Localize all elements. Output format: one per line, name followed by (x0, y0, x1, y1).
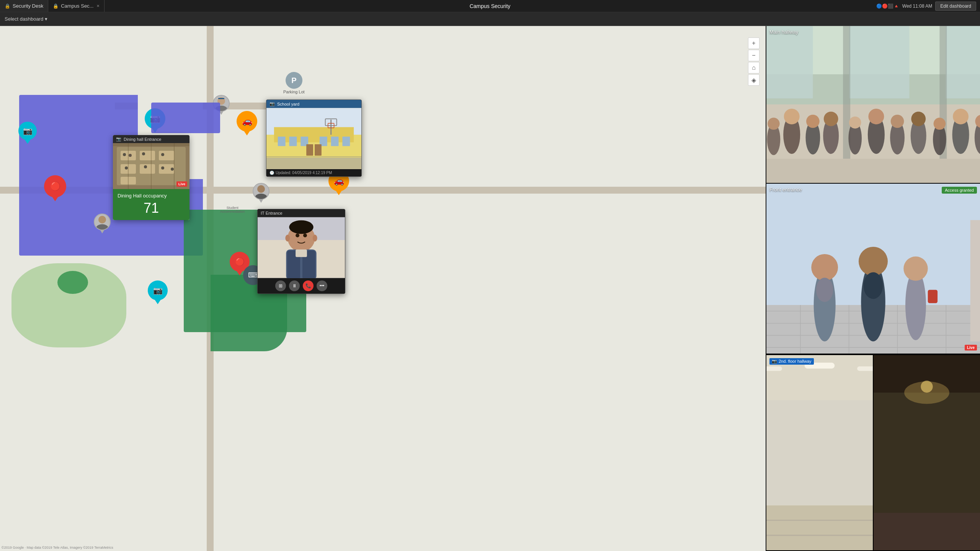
feed-main-hallway-bg (766, 26, 980, 183)
parking-label: Parking Lot (283, 90, 305, 94)
feed-main-hallway[interactable]: Main hallway (766, 26, 980, 184)
svg-rect-11 (159, 151, 174, 160)
map-copyright: ©2019 Google · Map data ©2019 Tele Atlas… (2, 546, 113, 549)
call-grid-button[interactable]: ⊞ (275, 280, 286, 291)
school-yard-popup[interactable]: 📷 School yard (266, 99, 362, 177)
camera-number-label: 2nd. floor hallway (779, 359, 812, 364)
call-more-button[interactable]: ••• (317, 280, 327, 291)
svg-point-16 (123, 153, 126, 156)
tab-campus-sec-label: Campus Sec... (61, 3, 93, 9)
dining-card-image: Live (113, 143, 189, 189)
alert-icon-red-1: 🔴 (44, 175, 66, 197)
right-panel: Main hallway (766, 26, 980, 551)
camera-number-icon: 📷 (772, 359, 777, 364)
select-dashboard-button[interactable]: Select dashboard ▾ (5, 16, 47, 22)
camera-icon-teal-1: 📷 (18, 122, 37, 140)
svg-rect-142 (857, 366, 873, 371)
svg-point-55 (313, 235, 317, 241)
svg-rect-39 (315, 144, 322, 156)
title-bar-tabs: 🔒 Security Desk 🔒 Campus Sec... ✕ (0, 0, 105, 12)
svg-point-83 (768, 118, 780, 130)
accommodation-label: Student Accommodation (220, 206, 245, 214)
svg-point-20 (125, 166, 128, 170)
svg-point-90 (911, 112, 926, 126)
parking-pin[interactable]: P Parking Lot (283, 72, 305, 94)
feed-dark-hallway[interactable] (874, 355, 980, 551)
security-desk-icon: 🔒 (5, 3, 10, 9)
layers-button[interactable]: ◈ (748, 74, 760, 86)
car-pin-center[interactable]: 🚗 (237, 111, 257, 135)
it-popup-video (258, 217, 345, 278)
camera-pin-bottom[interactable]: 📷 (148, 280, 168, 304)
svg-rect-40 (266, 158, 361, 169)
svg-rect-51 (296, 249, 307, 257)
dining-cam-icon: 📷 (116, 137, 121, 142)
clock: Wed 11:08 AM (902, 3, 933, 9)
call-pause-button[interactable]: ⏸ (289, 280, 300, 291)
svg-point-91 (934, 118, 946, 130)
svg-point-117 (903, 256, 928, 280)
pin-tail-orange-1 (244, 131, 250, 135)
pin-tail-teal-3 (155, 300, 161, 304)
pin-tail-red-2 (237, 271, 243, 276)
tab-close-icon[interactable]: ✕ (96, 4, 100, 8)
svg-point-84 (784, 109, 800, 124)
main-hallway-label: Main hallway (769, 29, 798, 35)
zoom-in-button[interactable]: + (748, 37, 760, 49)
tab-security-desk-label: Security Desk (13, 3, 43, 9)
avatar-pin-2[interactable] (253, 183, 270, 203)
pin-tail-red-1 (52, 197, 58, 201)
tab-campus-sec[interactable]: 🔒 Campus Sec... ✕ (48, 0, 105, 12)
dining-card-header: 📷 Dining hall Entrance (113, 135, 189, 143)
zoom-out-button[interactable]: − (748, 50, 760, 61)
feed-2nd-floor[interactable]: 📷 2nd. floor hallway (766, 355, 874, 551)
call-hangup-button[interactable]: 📞 (303, 280, 314, 291)
tab-security-desk[interactable]: 🔒 Security Desk (0, 0, 48, 12)
svg-rect-62 (946, 26, 980, 98)
alert-pin-center-left[interactable]: 🔴 (44, 175, 66, 201)
app-title: Campus Security (470, 3, 511, 9)
school-popup-image (266, 108, 361, 169)
svg-rect-33 (289, 137, 297, 146)
school-popup-footer: 🕐 Updated: 04/05/2019 4:12:19 PM (266, 169, 361, 176)
bottom-feeds: 📷 2nd. floor hallway (766, 354, 980, 551)
pin-tail-teal-1 (24, 139, 31, 144)
svg-point-54 (285, 235, 290, 241)
edit-dashboard-button[interactable]: Edit dashboard (935, 2, 976, 11)
svg-point-154 (921, 380, 933, 392)
it-entrance-popup[interactable]: IT Entrance (257, 209, 345, 294)
school-cam-icon: 📷 (270, 101, 275, 106)
svg-rect-118 (928, 290, 938, 303)
map-area: Campus Map Student Accommodation (0, 26, 766, 551)
svg-rect-32 (278, 137, 286, 146)
live-badge-front: Live (965, 345, 977, 350)
home-button[interactable]: ⌂ (748, 62, 760, 73)
svg-point-86 (824, 112, 838, 126)
svg-point-56 (289, 220, 313, 234)
pin-tail-orange-2 (336, 191, 342, 195)
svg-marker-139 (766, 400, 873, 505)
dining-live-badge: Live (176, 181, 187, 187)
camera-pin-left[interactable]: 📷 (18, 122, 37, 144)
camera-number-2nd: 📷 2nd. floor hallway (769, 358, 814, 365)
feed-dark-hallway-bg (874, 355, 980, 550)
svg-point-23 (171, 168, 174, 171)
access-granted-badge: Access granted (942, 187, 977, 194)
svg-rect-38 (306, 144, 313, 156)
chevron-down-icon: ▾ (45, 16, 47, 22)
svg-rect-61 (849, 26, 910, 98)
svg-point-21 (144, 165, 147, 168)
svg-rect-96 (766, 159, 980, 183)
avatar-1 (94, 214, 111, 230)
svg-rect-119 (970, 220, 980, 341)
feed-front-entrance[interactable]: Front entrance Access granted Live (766, 184, 980, 354)
avatar-pin-1[interactable] (94, 214, 111, 233)
avatar-tail-1 (100, 230, 105, 233)
svg-rect-36 (331, 137, 339, 146)
svg-rect-13 (140, 164, 155, 174)
feed-2nd-floor-bg (766, 355, 873, 550)
building-annex (151, 103, 220, 133)
dining-occupancy-value: 71 (118, 200, 185, 216)
dining-hall-card[interactable]: 📷 Dining hall Entrance (113, 135, 189, 220)
svg-rect-141 (766, 366, 782, 371)
